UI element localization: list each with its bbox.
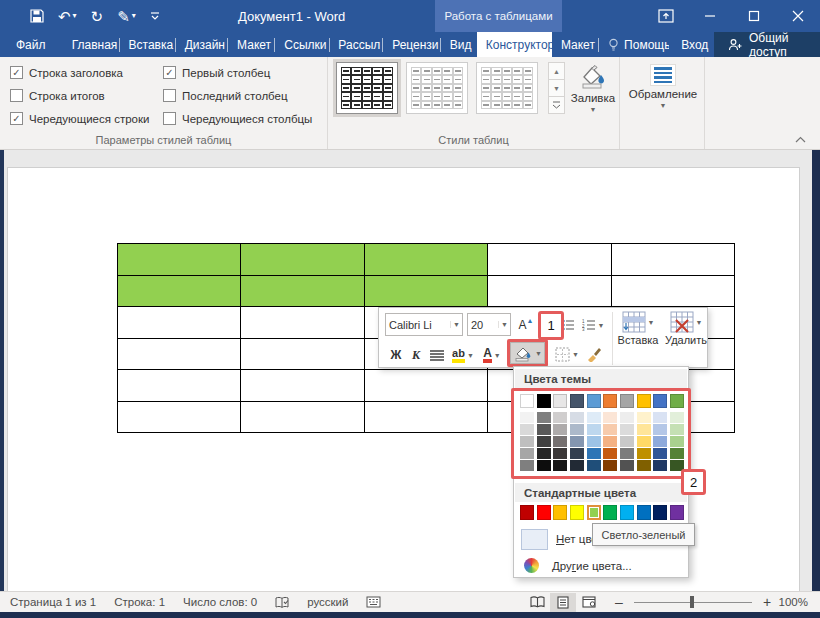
theme-tint-swatch[interactable] [670,424,684,435]
theme-color-swatch[interactable] [653,394,667,408]
zoom-out-button[interactable]: – [612,594,626,610]
theme-tint-swatch[interactable] [570,412,584,423]
theme-tint-swatch[interactable] [587,436,601,447]
theme-tint-swatch[interactable] [520,436,534,447]
table-cell[interactable] [611,275,734,307]
tab-references[interactable]: Ссылки [275,32,328,57]
font-size-combo[interactable]: 20 ▼ [467,313,511,336]
undo-dropdown-icon[interactable]: ▾ [73,12,77,20]
redo-button[interactable]: ↻ [91,9,104,24]
theme-tint-swatch[interactable] [637,460,651,471]
checkbox-checked-icon[interactable]: ✓ [10,66,23,79]
align-button[interactable] [427,344,447,366]
table-cell[interactable] [611,244,734,276]
mini-borders-button[interactable]: ▼ [553,342,581,366]
line-indicator[interactable]: Строка: 1 [114,596,165,608]
theme-tint-swatch[interactable] [653,460,667,471]
theme-tint-swatch[interactable] [570,460,584,471]
tab-table-layout[interactable]: Макет [552,32,598,57]
italic-button[interactable]: К [407,344,425,366]
ribbon-display-options-icon[interactable] [644,0,688,32]
proofing-icon[interactable] [275,596,289,609]
table-cell[interactable] [364,401,487,433]
borders-dropdown-icon[interactable]: ▼ [660,102,667,109]
more-colors-item[interactable]: Другие цвета... [518,554,684,577]
theme-tint-swatch[interactable] [520,412,534,423]
theme-tint-swatch[interactable] [637,448,651,459]
theme-tint-swatch[interactable] [603,424,617,435]
theme-tint-swatch[interactable] [637,412,651,423]
theme-tint-swatch[interactable] [520,448,534,459]
theme-tint-swatch[interactable] [587,448,601,459]
style-option-checkbox[interactable]: Чередующиеся столбцы [163,110,312,127]
table-cell[interactable] [488,275,611,307]
theme-tint-swatch[interactable] [670,412,684,423]
collapse-ribbon-icon[interactable] [795,136,806,143]
text-highlight-button[interactable]: ab ▼ [449,344,477,366]
tab-insert[interactable]: Вставка [120,32,175,57]
delete-table-dropdown-icon[interactable]: ▼ [696,319,703,326]
theme-tint-swatch[interactable] [570,436,584,447]
word-count[interactable]: Число слов: 0 [183,596,257,608]
theme-tint-swatch[interactable] [603,412,617,423]
standard-color-swatch[interactable] [603,505,617,520]
shading-dropdown-icon[interactable]: ▼ [590,106,597,113]
tab-view[interactable]: Вид [441,32,477,57]
standard-color-swatch[interactable] [520,505,534,520]
table-cell[interactable] [241,338,364,370]
theme-tint-swatch[interactable] [553,412,567,423]
table-cell[interactable] [118,401,241,433]
mini-shading-button[interactable]: ▼ [510,342,545,364]
theme-tint-swatch[interactable] [537,412,551,423]
theme-tint-swatch[interactable] [587,460,601,471]
theme-tint-swatch[interactable] [587,424,601,435]
font-name-combo[interactable]: Calibri Li ▼ [385,313,463,336]
mini-shading-dropdown-icon[interactable]: ▼ [535,350,542,357]
language-indicator[interactable]: русский [307,596,348,608]
theme-tint-swatch[interactable] [620,460,634,471]
table-cell[interactable] [118,275,241,307]
table-cell[interactable] [241,275,364,307]
insert-table-button[interactable]: ▼ Вставка [615,308,661,363]
table-cell[interactable] [364,244,487,276]
standard-color-swatch[interactable] [653,505,667,520]
tab-layout[interactable]: Макет [228,32,274,57]
theme-tint-swatch[interactable] [603,448,617,459]
format-painter-button[interactable] [583,342,605,366]
theme-tint-swatch[interactable] [670,436,684,447]
gallery-more-icon[interactable] [548,96,565,114]
draw-table-dropdown-icon[interactable]: ▾ [132,12,136,20]
standard-color-swatch[interactable] [620,505,634,520]
theme-tint-swatch[interactable] [587,412,601,423]
checkbox-checked-icon[interactable]: ✓ [10,112,23,125]
draw-table-button[interactable]: ✎▾ [117,9,136,24]
table-cell[interactable] [364,370,487,402]
theme-tint-swatch[interactable] [670,448,684,459]
theme-tint-swatch[interactable] [553,448,567,459]
table-cell[interactable] [118,370,241,402]
zoom-in-button[interactable]: + [760,594,774,610]
customize-qat-button[interactable] [150,11,160,21]
numbering-dropdown-icon[interactable]: ▼ [598,322,605,329]
theme-tint-swatch[interactable] [537,448,551,459]
theme-tint-swatch[interactable] [620,436,634,447]
font-color-button[interactable]: А ▼ [479,344,505,366]
tab-table-design[interactable]: Конструктор [477,32,552,57]
grow-font-button[interactable]: А▲ [516,315,536,335]
tab-help[interactable]: Помощь [599,32,669,57]
table-cell[interactable] [488,244,611,276]
theme-tint-swatch[interactable] [620,424,634,435]
theme-tint-swatch[interactable] [603,436,617,447]
theme-color-swatch[interactable] [670,394,684,408]
tab-review[interactable]: Рецензи [383,32,440,57]
print-layout-icon[interactable] [550,593,576,612]
table-cell[interactable] [118,338,241,370]
font-size-dropdown-icon[interactable]: ▼ [498,321,510,328]
zoom-slider-thumb[interactable] [690,596,694,608]
minimize-button[interactable] [688,0,732,32]
checkbox-unchecked-icon[interactable] [163,112,176,125]
theme-tint-swatch[interactable] [653,448,667,459]
font-color-dropdown-icon[interactable]: ▼ [494,352,501,359]
mini-borders-dropdown-icon[interactable]: ▼ [572,351,579,358]
read-mode-icon[interactable] [524,593,550,612]
